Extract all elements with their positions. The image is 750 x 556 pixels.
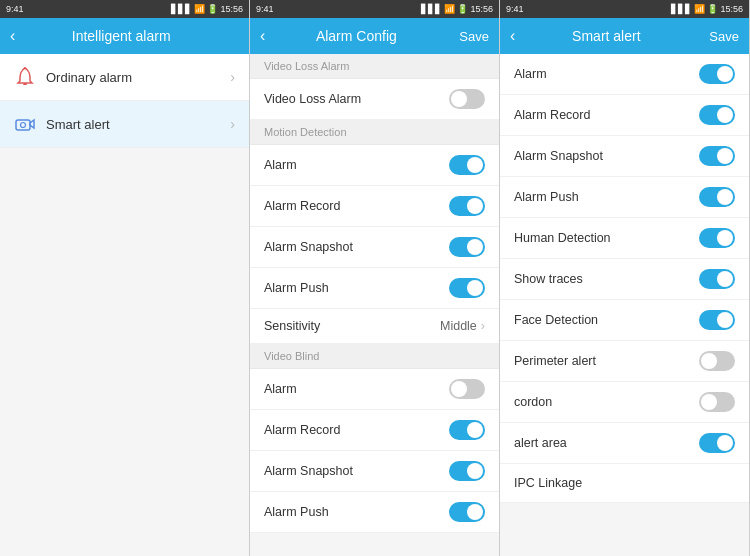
smart-alert-list: Alarm Alarm Record Alarm Snapshot Alarm … [500,54,749,556]
sa-ipc-linkage-label: IPC Linkage [514,476,582,490]
sa-alarm-toggle[interactable] [699,64,735,84]
sa-alarm-label: Alarm [514,67,547,81]
toggle-sa-alarm-snapshot[interactable]: Alarm Snapshot [500,136,749,177]
status-time-left-2: 9:41 [256,4,274,14]
plain-row-ipc-linkage[interactable]: IPC Linkage [500,464,749,503]
md-alarm-record-toggle[interactable] [449,196,485,216]
vb-alarm-record-label: Alarm Record [264,423,340,437]
vb-alarm-snapshot-label: Alarm Snapshot [264,464,353,478]
toggle-vb-alarm-snapshot[interactable]: Alarm Snapshot [250,451,499,492]
status-icons-1: ▋▋▋ 📶 🔋 15:56 [171,4,243,14]
sa-alarm-record-toggle[interactable] [699,105,735,125]
toggle-sa-alarm-record[interactable]: Alarm Record [500,95,749,136]
toggle-sa-show-traces[interactable]: Show traces [500,259,749,300]
panel-alarm-config: 9:41 ▋▋▋ 📶 🔋 15:56 ‹ Alarm Config Save V… [250,0,500,556]
toggle-sa-cordon[interactable]: cordon [500,382,749,423]
alarm-config-list: Video Loss Alarm Video Loss Alarm Motion… [250,54,499,556]
sa-face-detection-toggle[interactable] [699,310,735,330]
toggle-sa-face-detection[interactable]: Face Detection [500,300,749,341]
sensitivity-value: Middle › [440,319,485,333]
svg-point-4 [21,123,26,128]
battery-icon-2: 🔋 [457,4,468,14]
panel1-title: Intelligent alarm [23,28,219,44]
panel3-title: Smart alert [523,28,689,44]
svg-point-1 [24,67,26,69]
md-alarm-record-label: Alarm Record [264,199,340,213]
menu-list-1: Ordinary alarm › Smart alert › [0,54,249,556]
vb-alarm-push-toggle[interactable] [449,502,485,522]
md-alarm-push-toggle[interactable] [449,278,485,298]
vb-alarm-toggle[interactable] [449,379,485,399]
status-bar-1: 9:41 ▋▋▋ 📶 🔋 15:56 [0,0,249,18]
toggle-md-alarm-snapshot[interactable]: Alarm Snapshot [250,227,499,268]
header-bar-1: ‹ Intelligent alarm [0,18,249,54]
back-button-3[interactable]: ‹ [510,27,515,45]
menu-item-ordinary-alarm[interactable]: Ordinary alarm › [0,54,249,101]
toggle-video-loss-alarm[interactable]: Video Loss Alarm [250,79,499,120]
back-button-1[interactable]: ‹ [10,27,15,45]
battery-icon-3: 🔋 [707,4,718,14]
md-alarm-toggle[interactable] [449,155,485,175]
md-alarm-push-label: Alarm Push [264,281,329,295]
status-time-left-3: 9:41 [506,4,524,14]
menu-item-smart-alert[interactable]: Smart alert › [0,101,249,148]
sa-human-detection-label: Human Detection [514,231,611,245]
sa-alarm-snapshot-label: Alarm Snapshot [514,149,603,163]
status-time-left-1: 9:41 [6,4,24,14]
toggle-md-alarm[interactable]: Alarm [250,145,499,186]
video-loss-alarm-label: Video Loss Alarm [264,92,361,106]
status-time-right-3: 15:56 [720,4,743,14]
toggle-md-alarm-push[interactable]: Alarm Push [250,268,499,309]
toggle-vb-alarm-record[interactable]: Alarm Record [250,410,499,451]
toggle-vb-alarm-push[interactable]: Alarm Push [250,492,499,533]
vb-alarm-record-toggle[interactable] [449,420,485,440]
sa-cordon-label: cordon [514,395,552,409]
sensitivity-chevron: › [481,319,485,333]
sensitivity-label: Sensitivity [264,319,320,333]
sa-cordon-toggle[interactable] [699,392,735,412]
toggle-sa-alarm[interactable]: Alarm [500,54,749,95]
wifi-icon-3: 📶 [694,4,705,14]
panel2-title: Alarm Config [273,28,439,44]
vb-alarm-push-label: Alarm Push [264,505,329,519]
smart-alert-label: Smart alert [46,117,230,132]
svg-rect-0 [23,83,27,85]
section-motion-detection: Motion Detection [250,120,499,145]
toggle-md-alarm-record[interactable]: Alarm Record [250,186,499,227]
save-button-2[interactable]: Save [459,29,489,44]
back-button-2[interactable]: ‹ [260,27,265,45]
sa-alarm-snapshot-toggle[interactable] [699,146,735,166]
sa-perimeter-alert-toggle[interactable] [699,351,735,371]
sa-show-traces-label: Show traces [514,272,583,286]
signal-icon-3: ▋▋▋ [671,4,692,14]
toggle-sa-alert-area[interactable]: alert area [500,423,749,464]
panel-smart-alert: 9:41 ▋▋▋ 📶 🔋 15:56 ‹ Smart alert Save Al… [500,0,750,556]
wifi-icon-2: 📶 [444,4,455,14]
panel-intelligent-alarm: 9:41 ▋▋▋ 📶 🔋 15:56 ‹ Intelligent alarm O… [0,0,250,556]
toggle-vb-alarm[interactable]: Alarm [250,369,499,410]
sa-perimeter-alert-label: Perimeter alert [514,354,596,368]
status-icons-3: ▋▋▋ 📶 🔋 15:56 [671,4,743,14]
video-loss-alarm-toggle[interactable] [449,89,485,109]
battery-icon-1: 🔋 [207,4,218,14]
md-alarm-label: Alarm [264,158,297,172]
toggle-sa-human-detection[interactable]: Human Detection [500,218,749,259]
md-alarm-snapshot-toggle[interactable] [449,237,485,257]
section-video-blind: Video Blind [250,344,499,369]
save-button-3[interactable]: Save [709,29,739,44]
sensitivity-row[interactable]: Sensitivity Middle › [250,309,499,344]
status-bar-2: 9:41 ▋▋▋ 📶 🔋 15:56 [250,0,499,18]
ordinary-alarm-chevron: › [230,69,235,85]
vb-alarm-snapshot-toggle[interactable] [449,461,485,481]
toggle-sa-perimeter-alert[interactable]: Perimeter alert [500,341,749,382]
sa-show-traces-toggle[interactable] [699,269,735,289]
status-time-right-1: 15:56 [220,4,243,14]
sa-alert-area-toggle[interactable] [699,433,735,453]
sa-alarm-push-toggle[interactable] [699,187,735,207]
sa-human-detection-toggle[interactable] [699,228,735,248]
header-bar-3: ‹ Smart alert Save [500,18,749,54]
section-video-loss-alarm: Video Loss Alarm [250,54,499,79]
header-bar-2: ‹ Alarm Config Save [250,18,499,54]
toggle-sa-alarm-push[interactable]: Alarm Push [500,177,749,218]
signal-icon-2: ▋▋▋ [421,4,442,14]
